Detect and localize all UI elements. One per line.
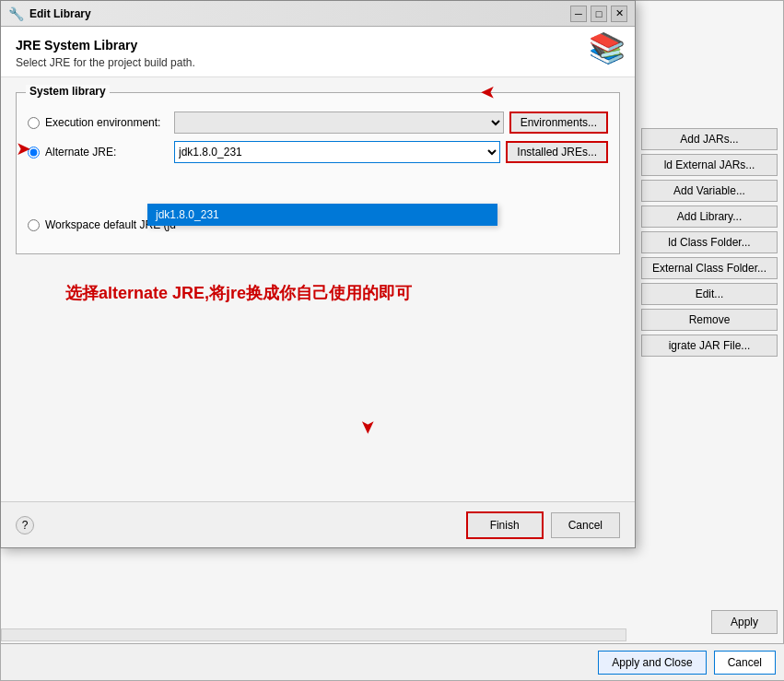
- dialog-titlebar: 🔧 Edit Library ─ □ ✕: [1, 1, 635, 27]
- bottom-cancel-button[interactable]: Cancel: [714, 651, 776, 675]
- jre-dropdown[interactable]: jdk1.8.0_231: [147, 204, 497, 226]
- installed-jres-button[interactable]: Installed JREs...: [506, 141, 608, 163]
- dialog-footer: ? Finish Cancel: [1, 501, 635, 547]
- dialog-header: JRE System Library Select JRE for the pr…: [1, 27, 635, 77]
- finish-button[interactable]: Finish: [466, 511, 544, 539]
- workspace-default-radio[interactable]: [28, 219, 40, 231]
- dropdown-item-jdk231[interactable]: jdk1.8.0_231: [148, 205, 497, 225]
- exec-env-radio[interactable]: [28, 117, 40, 129]
- exec-env-select[interactable]: [174, 112, 504, 134]
- add-variable-button[interactable]: Add Variable...: [641, 180, 778, 202]
- system-library-group: System library Execution environment: En…: [16, 92, 620, 254]
- dialog-heading: JRE System Library: [16, 38, 620, 53]
- title-controls: ─ □ ✕: [570, 6, 627, 22]
- maximize-button[interactable]: □: [591, 6, 607, 22]
- alternate-jre-label: Alternate JRE:: [45, 146, 174, 159]
- apply-area: Apply: [711, 610, 778, 634]
- scroll-bar[interactable]: [1, 628, 626, 641]
- apply-and-close-button[interactable]: Apply and Close: [598, 651, 706, 675]
- add-class-folder-button[interactable]: ld Class Folder...: [641, 231, 778, 253]
- library-icon: 📚: [589, 30, 626, 65]
- add-library-button[interactable]: Add Library...: [641, 205, 778, 228]
- environments-button[interactable]: Environments...: [509, 112, 608, 134]
- right-panel: Add JARs... ld External JARs... Add Vari…: [636, 121, 783, 364]
- add-external-jars-button[interactable]: ld External JARs...: [641, 154, 778, 176]
- alternate-jre-select[interactable]: jdk1.8.0_231: [174, 141, 500, 163]
- exec-env-label: Execution environment:: [45, 116, 174, 129]
- remove-button[interactable]: Remove: [641, 309, 778, 331]
- annotation-text: 选择alternate JRE,将jre换成你自己使用的即可: [65, 282, 412, 304]
- dialog-cancel-button[interactable]: Cancel: [551, 512, 620, 538]
- dialog-subtext: Select JRE for the project build path.: [16, 56, 620, 69]
- minimize-button[interactable]: ─: [570, 6, 587, 22]
- arrow-to-finish: ➤: [357, 419, 380, 435]
- edit-button[interactable]: Edit...: [641, 283, 778, 305]
- migrate-jar-button[interactable]: igrate JAR File...: [641, 335, 778, 357]
- add-jars-button[interactable]: Add JARs...: [641, 128, 778, 150]
- external-class-folder-button[interactable]: External Class Folder...: [641, 257, 778, 279]
- apply-button[interactable]: Apply: [711, 610, 778, 634]
- bottom-bar: Apply and Close Cancel: [1, 643, 784, 680]
- arrow-to-environments: ➤: [480, 82, 496, 104]
- dialog-body: System library Execution environment: En…: [1, 77, 635, 280]
- group-label: System library: [26, 85, 110, 98]
- edit-library-dialog: 🔧 Edit Library ─ □ ✕ JRE System Library …: [0, 0, 636, 548]
- close-button[interactable]: ✕: [611, 6, 627, 22]
- dialog-icon: 🔧: [8, 6, 24, 21]
- arrow-to-alt-jre: ➤: [16, 137, 31, 159]
- help-button[interactable]: ?: [16, 516, 34, 534]
- alternate-jre-row: Alternate JRE: jdk1.8.0_231 Installed JR…: [28, 141, 608, 163]
- dialog-title: Edit Library: [29, 7, 570, 20]
- exec-env-row: Execution environment: Environments...: [28, 112, 608, 134]
